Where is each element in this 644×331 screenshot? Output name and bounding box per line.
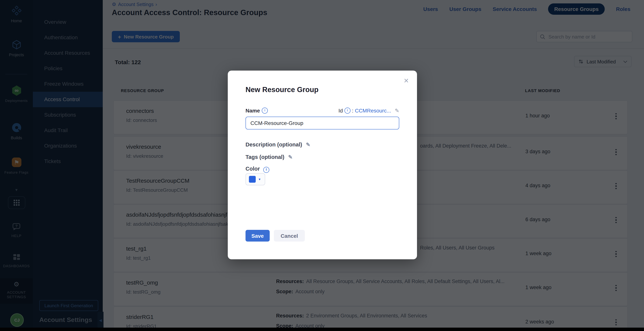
cancel-button[interactable]: Cancel <box>274 230 305 242</box>
color-label: Color <box>246 166 260 172</box>
id-separator: : <box>352 108 353 114</box>
close-icon[interactable]: × <box>404 76 409 86</box>
color-swatch <box>249 176 256 183</box>
tags-row: Tags (optional) ✎ <box>246 154 292 160</box>
modal-title: New Resource Group <box>246 86 318 94</box>
edit-pencil-icon[interactable]: ✎ <box>306 142 310 148</box>
description-row: Description (optional) ✎ <box>246 142 310 148</box>
tags-label: Tags (optional) <box>246 154 284 160</box>
color-row: Color <box>246 166 269 173</box>
save-button[interactable]: Save <box>246 230 270 242</box>
description-label: Description (optional) <box>246 142 302 148</box>
id-label: Id <box>338 108 343 114</box>
info-icon[interactable] <box>263 167 269 173</box>
edit-pencil-icon[interactable]: ✎ <box>395 108 399 114</box>
info-icon[interactable] <box>344 108 350 114</box>
color-picker[interactable]: ▾ <box>246 173 265 185</box>
info-icon[interactable] <box>262 108 268 114</box>
edit-pencil-icon[interactable]: ✎ <box>288 154 292 160</box>
new-resource-group-modal: × New Resource Group Name Id : CCMResour… <box>228 71 417 259</box>
name-label: Name <box>246 108 260 114</box>
name-input[interactable] <box>246 117 399 129</box>
id-value-link[interactable]: CCMResourc... <box>355 108 391 114</box>
chevron-down-icon: ▾ <box>259 177 260 181</box>
app-root: Home Projects ∞ Deployments <box>0 0 644 331</box>
bottom-edge-bar <box>0 328 644 331</box>
